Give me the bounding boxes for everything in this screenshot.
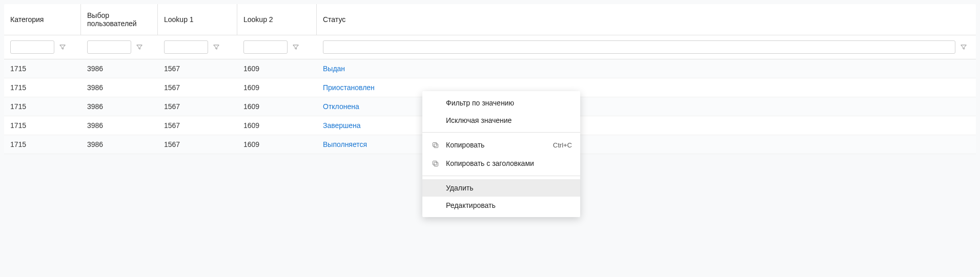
menu-item-label: Фильтр по значению <box>446 99 572 107</box>
filter-cell-lookup2 <box>237 35 317 59</box>
menu-item-copy-with-headers[interactable]: Копировать с заголовками <box>422 154 580 158</box>
context-menu: Фильтр по значению Исключая значение Коп… <box>422 91 580 158</box>
cell-category: 1715 <box>4 59 81 78</box>
column-header-label: Категория <box>10 15 44 24</box>
funnel-icon[interactable] <box>135 43 144 51</box>
cell-users: 3986 <box>81 97 158 116</box>
menu-separator <box>422 132 580 133</box>
funnel-icon[interactable] <box>959 43 968 51</box>
cell-status: Выполняется <box>317 135 976 154</box>
filter-input-category[interactable] <box>10 40 54 54</box>
menu-item-filter-by-value[interactable]: Фильтр по значению <box>422 94 580 112</box>
cell-lookup2: 1609 <box>237 78 317 97</box>
column-header-label: Статус <box>323 15 345 24</box>
copy-icon <box>431 140 440 150</box>
cell-category: 1715 <box>4 135 81 154</box>
status-link[interactable]: Отклонена <box>323 102 359 111</box>
status-link[interactable]: Завершена <box>323 121 361 130</box>
filter-cell-status <box>317 35 976 59</box>
cell-lookup2: 1609 <box>237 135 317 154</box>
column-header-category[interactable]: Категория <box>4 4 81 35</box>
filter-input-lookup2[interactable] <box>243 40 288 54</box>
menu-item-label: Исключая значение <box>446 116 572 124</box>
cell-category: 1715 <box>4 78 81 97</box>
column-header-lookup2[interactable]: Lookup 2 <box>237 4 317 35</box>
cell-users: 3986 <box>81 116 158 135</box>
funnel-icon[interactable] <box>58 43 67 51</box>
column-header-status[interactable]: Статус <box>317 4 976 35</box>
cell-lookup1: 1567 <box>158 116 237 135</box>
svg-rect-0 <box>434 144 438 148</box>
filter-cell-lookup1 <box>158 35 237 59</box>
cell-lookup1: 1567 <box>158 78 237 97</box>
table-row[interactable]: 1715398615671609Выдан <box>4 59 976 78</box>
filter-input-status[interactable] <box>323 40 955 54</box>
cell-lookup1: 1567 <box>158 59 237 78</box>
cell-status: Отклонена <box>317 97 976 116</box>
cell-category: 1715 <box>4 97 81 116</box>
column-header-label: Выбор пользователей <box>87 11 151 28</box>
filter-input-users[interactable] <box>87 40 131 54</box>
funnel-icon[interactable] <box>292 43 300 51</box>
filter-cell-users <box>81 35 158 59</box>
cell-category: 1715 <box>4 116 81 135</box>
status-link[interactable]: Приостановлен <box>323 83 375 92</box>
cell-lookup2: 1609 <box>237 97 317 116</box>
cell-lookup2: 1609 <box>237 59 317 78</box>
status-link[interactable]: Выполняется <box>323 140 367 148</box>
header-row: Категория Выбор пользователей Lookup 1 L… <box>4 4 976 35</box>
cell-users: 3986 <box>81 78 158 97</box>
svg-rect-1 <box>433 142 437 146</box>
column-header-users[interactable]: Выбор пользователей <box>81 4 158 35</box>
cell-users: 3986 <box>81 135 158 154</box>
menu-item-label: Копировать <box>446 141 547 149</box>
filter-row <box>4 35 976 59</box>
menu-item-filter-exclude[interactable]: Исключая значение <box>422 112 580 129</box>
cell-status: Приостановлен <box>317 78 976 97</box>
cell-status: Выдан <box>317 59 976 78</box>
cell-lookup2: 1609 <box>237 116 317 135</box>
column-header-label: Lookup 2 <box>243 15 273 24</box>
menu-item-copy[interactable]: Копировать Ctrl+C <box>422 136 580 154</box>
filter-input-lookup1[interactable] <box>164 40 208 54</box>
cell-status: Завершена <box>317 116 976 135</box>
filter-cell-category <box>4 35 81 59</box>
funnel-icon[interactable] <box>212 43 220 51</box>
cell-lookup1: 1567 <box>158 135 237 154</box>
column-header-lookup1[interactable]: Lookup 1 <box>158 4 237 35</box>
status-link[interactable]: Выдан <box>323 65 345 73</box>
menu-item-shortcut: Ctrl+C <box>553 141 572 149</box>
column-header-label: Lookup 1 <box>164 15 194 24</box>
cell-users: 3986 <box>81 59 158 78</box>
cell-lookup1: 1567 <box>158 97 237 116</box>
